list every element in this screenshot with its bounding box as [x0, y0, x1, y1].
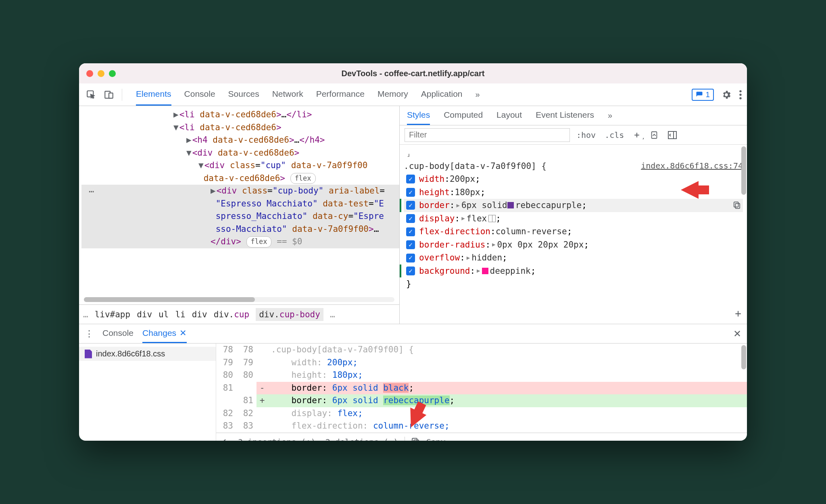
diff-row: 7878.cup-body[data-v-7a0f9f00] {	[216, 344, 747, 356]
dom-row[interactable]: ▼<li data-v-ced68de6>	[81, 121, 399, 134]
traffic-lights	[86, 70, 116, 77]
style-prop-row[interactable]: ✓display:▶flex;	[404, 212, 743, 225]
new-rule-icon[interactable]	[630, 131, 643, 139]
expand-icon[interactable]: ▶	[477, 267, 480, 275]
expand-icon[interactable]: ▶	[457, 201, 460, 210]
color-swatch-icon[interactable]	[482, 268, 488, 274]
breadcrumb-item[interactable]: li	[175, 310, 185, 319]
filter-input[interactable]	[405, 128, 570, 142]
style-prop-row[interactable]: ✓overflow:▶hidden;	[404, 251, 743, 264]
breadcrumb-item[interactable]: div	[137, 310, 152, 319]
css-file-icon	[85, 350, 92, 358]
tab-sources[interactable]: Sources	[228, 83, 259, 106]
copy-icon[interactable]	[733, 201, 740, 209]
menu-icon[interactable]	[739, 90, 742, 100]
tab-application[interactable]: Application	[421, 83, 463, 106]
flex-editor-icon[interactable]	[488, 215, 496, 222]
breadcrumb-item[interactable]: div.cup	[214, 310, 250, 319]
close-tab-icon[interactable]: ✕	[179, 328, 187, 338]
expand-icon[interactable]: ▶	[461, 214, 465, 223]
rule-header[interactable]: index.8d6c6f18.css:74 .cup-body[data-v-7…	[404, 160, 743, 173]
inspect-element-icon[interactable]	[84, 87, 98, 102]
copy-button[interactable]: Copy	[426, 436, 445, 441]
maximize-window-icon[interactable]	[109, 70, 116, 77]
changes-file-item[interactable]: index.8d6c6f18.css	[79, 347, 216, 361]
color-swatch-icon[interactable]	[507, 202, 514, 208]
style-prop-row[interactable]: ✓flex-direction: column-reverse;	[404, 225, 743, 238]
checkbox-icon[interactable]: ✓	[406, 254, 415, 262]
checkbox-icon[interactable]: ✓	[406, 240, 415, 249]
tab-performance[interactable]: Performance	[316, 83, 365, 106]
svg-rect-11	[414, 440, 419, 441]
breadcrumb-item[interactable]: liv#app	[95, 310, 131, 319]
more-tabs-icon[interactable]: »	[475, 90, 480, 99]
dom-row[interactable]: ▼<div class="cup" data-v-7a0f9f00	[81, 159, 399, 172]
drawer-tab-changes[interactable]: Changes ✕	[142, 324, 187, 343]
device-toolbar-icon[interactable]	[102, 87, 116, 102]
print-media-icon[interactable]	[647, 131, 661, 140]
svg-rect-10	[734, 202, 738, 207]
revert-icon[interactable]	[222, 438, 232, 441]
rule-close-prev: ⸥	[404, 146, 743, 160]
diff-row: 81+ border: 6px solid rebeccapurple;	[216, 394, 747, 407]
breadcrumb-ellipsis[interactable]: …	[330, 310, 335, 319]
diff-row: 8383 flex-direction: column-reverse;	[216, 420, 747, 433]
tab-console[interactable]: Console	[184, 83, 215, 106]
checkbox-icon[interactable]: ✓	[406, 267, 415, 275]
style-prop-row[interactable]: ✓border:▶6px solid rebeccapurple;	[404, 199, 743, 212]
checkbox-icon[interactable]: ✓	[406, 175, 415, 183]
checkbox-icon[interactable]: ✓	[406, 201, 415, 210]
expand-icon[interactable]: ▶	[467, 254, 470, 262]
diff-view[interactable]: 7878.cup-body[data-v-7a0f9f00] {7979 wid…	[216, 344, 747, 441]
expand-icon[interactable]: ▶	[492, 240, 495, 249]
window-title: DevTools - coffee-cart.netlify.app/cart	[79, 69, 747, 78]
diff-row: 8080 height: 180px;	[216, 369, 747, 382]
tab-memory[interactable]: Memory	[378, 83, 408, 106]
dom-row-selected[interactable]: ▶<div class="cup-body" aria-label= "Espr…	[81, 185, 399, 248]
drawer-tabs: ⋮ Console Changes ✕ ✕	[79, 324, 747, 344]
dom-row[interactable]: ▶<h4 data-v-ced68de6>…</h4>	[81, 134, 399, 147]
drawer-menu-icon[interactable]: ⋮	[85, 329, 94, 339]
sidebar-toggle-icon[interactable]	[665, 131, 680, 140]
style-prop-row[interactable]: ✓border-radius:▶0px 0px 20px 20px;	[404, 238, 743, 252]
tab-network[interactable]: Network	[272, 83, 303, 106]
checkbox-icon[interactable]: ✓	[406, 227, 415, 236]
breadcrumb-item[interactable]: div	[192, 310, 207, 319]
add-rule-icon[interactable]: +	[735, 305, 741, 321]
subtab-computed[interactable]: Computed	[444, 106, 483, 125]
dom-row[interactable]: ▶<li data-v-ced68de6>…</li>	[81, 108, 399, 121]
subtab-layout[interactable]: Layout	[496, 106, 522, 125]
subtab-styles[interactable]: Styles	[407, 106, 430, 125]
flex-badge[interactable]: flex	[290, 173, 316, 184]
more-subtabs-icon[interactable]: »	[608, 111, 612, 120]
subtab-event-listeners[interactable]: Event Listeners	[536, 106, 594, 125]
dom-row[interactable]: data-v-ced68de6> flex	[81, 172, 399, 185]
close-window-icon[interactable]	[86, 70, 93, 77]
top-toolbar: Elements Console Sources Network Perform…	[79, 83, 747, 106]
diff-footer: 3 insertions (+), 2 deletions (-) Copy	[216, 433, 747, 441]
source-link[interactable]: index.8d6c6f18.css:74	[641, 160, 743, 172]
styles-body[interactable]: ⸥ index.8d6c6f18.css:74 .cup-body[data-v…	[400, 145, 747, 324]
rule-close: }	[404, 277, 743, 291]
breadcrumb-item[interactable]: ul	[159, 310, 169, 319]
dom-tree[interactable]: ▶<li data-v-ced68de6>…</li> ▼<li data-v-…	[79, 106, 399, 297]
divider	[122, 89, 122, 101]
tab-elements[interactable]: Elements	[136, 83, 171, 106]
drawer-tab-console[interactable]: Console	[102, 324, 133, 343]
vertical-scrollbar[interactable]	[741, 345, 746, 369]
breadcrumb-item[interactable]: div.cup-body	[256, 308, 323, 321]
flex-badge[interactable]: flex	[246, 236, 272, 248]
issues-button[interactable]: 1	[692, 89, 714, 101]
dom-row[interactable]: ▼<div data-v-ced68de6>	[81, 147, 399, 160]
checkbox-icon[interactable]: ✓	[406, 214, 415, 223]
minimize-window-icon[interactable]	[98, 70, 104, 77]
drawer-close-icon[interactable]: ✕	[733, 328, 741, 339]
style-prop-row[interactable]: ✓background:▶deeppink;	[404, 264, 743, 278]
hov-toggle[interactable]: :hov	[574, 130, 598, 140]
vertical-scrollbar[interactable]	[741, 146, 746, 195]
breadcrumb-ellipsis[interactable]: …	[83, 310, 88, 319]
settings-icon[interactable]	[721, 90, 732, 100]
cls-toggle[interactable]: .cls	[602, 130, 626, 140]
horizontal-scrollbar[interactable]	[84, 297, 394, 302]
checkbox-icon[interactable]: ✓	[406, 188, 415, 197]
